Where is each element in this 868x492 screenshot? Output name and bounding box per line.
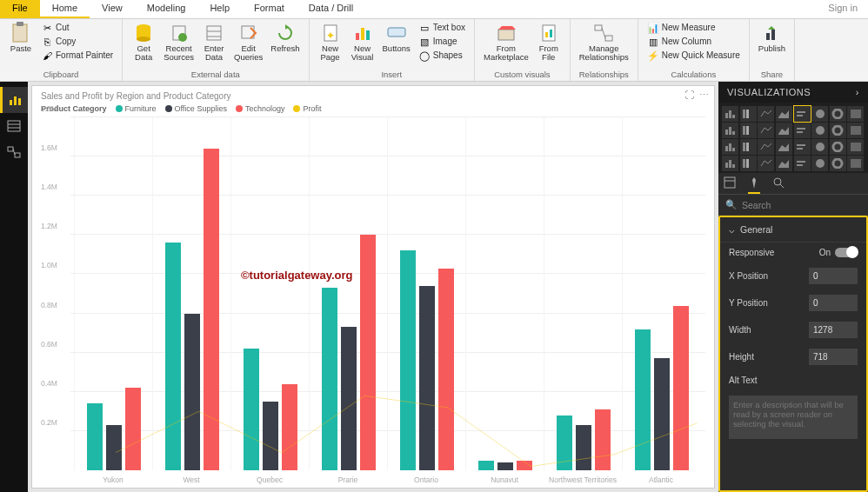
image-button[interactable]: ▧Image <box>415 35 469 49</box>
viz-type-29[interactable] <box>811 156 828 171</box>
model-view-button[interactable] <box>0 139 28 165</box>
get-data-button[interactable]: Get Data <box>128 21 159 70</box>
bar-Quebec-Technology[interactable] <box>282 384 297 470</box>
viz-type-13[interactable] <box>811 123 828 138</box>
viz-type-23[interactable] <box>847 139 864 155</box>
viz-type-17[interactable] <box>740 139 757 155</box>
report-view-button[interactable] <box>0 87 28 113</box>
viz-type-9[interactable] <box>740 123 757 138</box>
fields-tab[interactable] <box>724 176 736 194</box>
viz-type-10[interactable] <box>758 123 774 138</box>
bar-Prarie-Furniture[interactable] <box>322 288 337 470</box>
viz-type-21[interactable] <box>811 139 828 155</box>
recent-sources-button[interactable]: Recent Sources <box>160 21 197 70</box>
new-page-button[interactable]: ✦New Page <box>315 21 346 70</box>
bar-Northwest Territories-Furniture[interactable] <box>557 416 572 470</box>
viz-type-7[interactable] <box>847 106 864 122</box>
from-file-button[interactable]: From File <box>533 21 564 70</box>
bar-Northwest Territories-Technology[interactable] <box>595 409 611 470</box>
bar-Atlantic-Technology[interactable] <box>673 306 689 470</box>
tab-modeling[interactable]: Modeling <box>135 0 198 18</box>
bar-West-Furniture[interactable] <box>165 243 181 470</box>
signin-link[interactable]: Sign in <box>818 0 868 18</box>
viz-type-24[interactable] <box>722 156 738 171</box>
viz-type-15[interactable] <box>847 123 864 138</box>
height-input[interactable] <box>809 349 858 365</box>
tab-file[interactable]: File <box>0 0 40 18</box>
viz-type-11[interactable] <box>776 123 792 138</box>
bar-Prarie-Office Supplies[interactable] <box>341 327 357 470</box>
analytics-tab[interactable] <box>772 176 785 194</box>
tab-datadrill[interactable]: Data / Drill <box>297 0 365 18</box>
viz-type-1[interactable] <box>740 106 757 122</box>
tab-help[interactable]: Help <box>197 0 242 18</box>
viz-type-31[interactable] <box>847 156 864 171</box>
new-quick-measure-button[interactable]: ⚡New Quick Measure <box>644 49 744 63</box>
viz-type-14[interactable] <box>830 123 846 138</box>
shapes-button[interactable]: ◯Shapes <box>415 49 469 63</box>
viz-type-22[interactable] <box>830 139 846 155</box>
width-input[interactable] <box>809 322 858 338</box>
bar-Ontario-Office Supplies[interactable] <box>419 286 435 470</box>
refresh-button[interactable]: Refresh <box>267 21 303 70</box>
new-measure-button[interactable]: 📊New Measure <box>644 21 744 35</box>
bar-West-Office Supplies[interactable] <box>184 314 200 470</box>
enter-data-button[interactable]: Enter Data <box>198 21 230 70</box>
search-box[interactable]: 🔍Search <box>718 195 868 216</box>
viz-type-3[interactable] <box>776 106 792 122</box>
viz-type-16[interactable] <box>722 139 738 155</box>
bar-Yukon-Furniture[interactable] <box>87 403 103 470</box>
bar-West-Technology[interactable] <box>204 149 219 470</box>
bar-Yukon-Technology[interactable] <box>125 388 141 470</box>
from-marketplace-button[interactable]: From Marketplace <box>480 21 532 70</box>
format-painter-button[interactable]: 🖌Format Painter <box>37 49 117 63</box>
new-column-button[interactable]: ▥New Column <box>644 35 744 49</box>
format-tab[interactable] <box>748 176 760 194</box>
bar-Yukon-Office Supplies[interactable] <box>106 425 122 470</box>
viz-type-12[interactable] <box>794 123 811 138</box>
bar-Northwest Territories-Office Supplies[interactable] <box>576 425 591 470</box>
viz-type-20[interactable] <box>794 139 811 155</box>
bar-Prarie-Technology[interactable] <box>360 235 376 470</box>
tab-format[interactable]: Format <box>242 0 297 18</box>
textbox-button[interactable]: ▭Text box <box>415 21 469 35</box>
viz-type-5[interactable] <box>811 106 828 122</box>
buttons-button[interactable]: Buttons <box>379 21 414 70</box>
viz-type-27[interactable] <box>776 156 792 171</box>
edit-queries-button[interactable]: Edit Queries <box>230 21 266 70</box>
cut-button[interactable]: ✂Cut <box>37 21 117 35</box>
bar-Nunavut-Office Supplies[interactable] <box>497 462 513 470</box>
bar-Quebec-Furniture[interactable] <box>244 349 259 470</box>
viz-type-19[interactable] <box>776 139 792 155</box>
responsive-toggle[interactable]: On <box>819 248 858 257</box>
viz-type-30[interactable] <box>830 156 846 171</box>
new-visual-button[interactable]: New Visual <box>347 21 378 70</box>
general-header[interactable]: ⌵General <box>720 217 866 243</box>
publish-button[interactable]: Publish <box>755 21 789 70</box>
focus-icon[interactable]: ⛶ <box>684 90 694 101</box>
report-canvas[interactable]: ⛶ ⋯ Sales and Profit by Region and Produ… <box>28 82 718 492</box>
x-input[interactable] <box>809 268 858 284</box>
manage-relationships-button[interactable]: Manage Relationships <box>576 21 632 70</box>
bar-Ontario-Furniture[interactable] <box>400 250 416 470</box>
bar-Atlantic-Office Supplies[interactable] <box>654 358 670 470</box>
bar-Atlantic-Furniture[interactable] <box>635 329 651 470</box>
tab-view[interactable]: View <box>90 0 135 18</box>
viz-type-2[interactable] <box>758 106 774 122</box>
y-input[interactable] <box>809 295 858 311</box>
viz-type-0[interactable] <box>722 106 738 122</box>
viz-type-18[interactable] <box>758 139 774 155</box>
alt-text-input[interactable] <box>729 396 858 439</box>
viz-type-6[interactable] <box>830 106 846 122</box>
viz-type-8[interactable] <box>722 123 738 138</box>
chart-visual[interactable]: ⛶ ⋯ Sales and Profit by Region and Produ… <box>31 85 715 489</box>
viz-type-4[interactable] <box>794 106 811 122</box>
paste-button[interactable]: Paste <box>5 21 37 70</box>
more-icon[interactable]: ⋯ <box>699 90 709 101</box>
viz-type-28[interactable] <box>794 156 811 171</box>
data-view-button[interactable] <box>0 113 28 139</box>
copy-button[interactable]: ⎘Copy <box>37 35 117 49</box>
panel-header[interactable]: VISUALIZATIONS› <box>718 82 868 103</box>
viz-type-25[interactable] <box>740 156 757 171</box>
tab-home[interactable]: Home <box>40 0 90 18</box>
